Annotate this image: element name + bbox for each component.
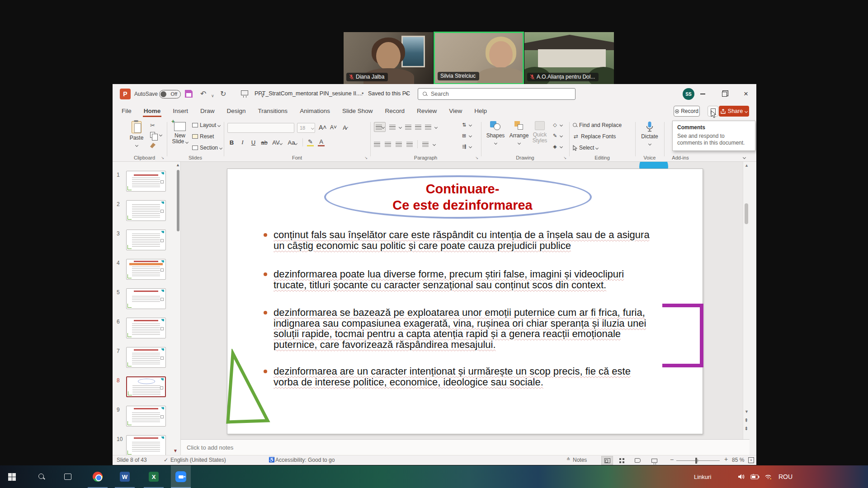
zoom-in-icon[interactable]: +: [724, 455, 728, 463]
slide-sorter-view-button[interactable]: [616, 456, 627, 465]
tab-animations[interactable]: Animations: [299, 106, 331, 117]
drawing-dialog-launcher-icon[interactable]: ↘: [563, 156, 566, 160]
columns-chevron-icon[interactable]: [433, 142, 436, 145]
copy-button[interactable]: [150, 132, 162, 138]
justify-icon[interactable]: [406, 142, 413, 147]
video-tile-diana[interactable]: Diana Jalba: [343, 32, 434, 84]
tab-slideshow[interactable]: Slide Show: [341, 106, 374, 117]
line-spacing-chevron-icon[interactable]: [434, 125, 438, 128]
notes-toggle-label[interactable]: Notes: [573, 457, 587, 463]
increase-font-icon[interactable]: A˄: [319, 124, 326, 131]
notes-toggle-icon[interactable]: ≙: [566, 457, 570, 462]
slide-thumbnail-9[interactable]: [126, 406, 166, 427]
paragraph-dialog-launcher-icon[interactable]: ↘: [475, 156, 478, 160]
slide-thumbnail-3[interactable]: [126, 230, 166, 250]
save-icon[interactable]: [185, 90, 193, 98]
slideshow-view-button[interactable]: [648, 456, 660, 465]
text-direction-button[interactable]: ⇅: [461, 122, 472, 128]
shape-effects-button[interactable]: ◈: [552, 144, 562, 150]
quick-styles-button[interactable]: Quick Styles: [530, 121, 550, 144]
zoom-taskbar-button[interactable]: [171, 465, 191, 488]
slide-thumbnail-5[interactable]: [126, 288, 166, 309]
slide-thumbnail-4[interactable]: [126, 259, 166, 280]
thumbnail-scrollbar[interactable]: [177, 170, 179, 231]
decoration-magenta-rectangle[interactable]: [662, 304, 703, 367]
shapes-button[interactable]: Shapes: [484, 121, 507, 145]
columns-icon[interactable]: [422, 142, 429, 147]
paste-button[interactable]: Paste: [125, 121, 148, 148]
reset-button[interactable]: Reset: [192, 133, 214, 140]
language-status[interactable]: English (United States): [170, 457, 226, 463]
font-color-button[interactable]: A: [318, 138, 325, 146]
slide-bullet-3[interactable]: dezinformarea se bazează pe exploatarea …: [264, 307, 657, 350]
start-button[interactable]: [2, 465, 22, 488]
restore-button[interactable]: [714, 84, 735, 104]
links-toolbar[interactable]: Linkuri: [694, 465, 711, 488]
align-left-icon[interactable]: [374, 142, 380, 147]
line-spacing-icon[interactable]: [425, 125, 431, 130]
highlight-color-button[interactable]: ✎: [307, 138, 314, 146]
tab-review[interactable]: Review: [416, 106, 438, 117]
strikethrough-button[interactable]: ab: [261, 139, 268, 146]
shape-fill-button[interactable]: ◇: [552, 122, 562, 128]
reading-view-button[interactable]: [632, 456, 643, 465]
decrease-font-icon[interactable]: A˅: [330, 124, 337, 131]
tab-draw[interactable]: Draw: [199, 106, 216, 117]
decoration-green-triangle[interactable]: [225, 349, 272, 426]
zoom-out-icon[interactable]: −: [670, 456, 674, 463]
shape-outline-button[interactable]: ✎: [552, 133, 562, 139]
numbering-icon[interactable]: [389, 125, 396, 130]
next-slide-icon[interactable]: ⇟: [744, 426, 748, 432]
volume-tray-icon[interactable]: [738, 465, 745, 488]
tab-home[interactable]: Home: [143, 106, 162, 117]
undo-icon[interactable]: ↶: [200, 89, 206, 99]
share-button[interactable]: Share: [719, 106, 749, 117]
battery-tray-icon[interactable]: [750, 465, 760, 488]
normal-view-button[interactable]: [601, 456, 613, 465]
vertical-scrollbar[interactable]: ▲ ▼ ⇞ ⇟: [743, 162, 750, 439]
slide-bullet-2[interactable]: dezinformarea poate lua diverse forme, p…: [264, 269, 657, 290]
tab-help[interactable]: Help: [473, 106, 488, 117]
arrange-button[interactable]: Arrange: [507, 121, 531, 145]
redo-icon[interactable]: ↻: [220, 89, 226, 99]
dictate-button[interactable]: Dictate: [638, 121, 661, 146]
previous-slide-icon[interactable]: ⇞: [744, 418, 748, 423]
layout-button[interactable]: Layout: [192, 122, 220, 128]
clipboard-dialog-launcher-icon[interactable]: ↘: [161, 156, 164, 160]
bold-button[interactable]: B: [228, 139, 235, 146]
slide-thumbnail-6[interactable]: [126, 318, 166, 338]
slide-title[interactable]: Continuare- Ce este dezinformarea: [336, 181, 589, 213]
tab-insert[interactable]: Insert: [172, 106, 189, 117]
numbering-chevron-icon[interactable]: [399, 125, 402, 128]
excel-taskbar-button[interactable]: X: [144, 465, 164, 488]
saved-status[interactable]: Saved to this PC: [368, 90, 410, 97]
autosave-toggle[interactable]: Off: [159, 90, 181, 99]
tab-design[interactable]: Design: [226, 106, 247, 117]
font-dialog-launcher-icon[interactable]: ↘: [364, 156, 368, 160]
start-slideshow-icon[interactable]: [241, 90, 248, 95]
word-taskbar-button[interactable]: W: [115, 465, 135, 488]
video-tile-alianta[interactable]: A.O.Alianța pentru Dol...: [524, 32, 614, 84]
collapse-ribbon-chevron-icon[interactable]: [743, 156, 746, 159]
slide-bullet-4[interactable]: dezinformarea are un caracter intenționa…: [264, 366, 657, 387]
slide-thumbnail-7[interactable]: [126, 347, 166, 368]
replace-fonts-button[interactable]: ⇄Replace Fonts: [573, 133, 616, 140]
clear-formatting-icon[interactable]: A̷: [341, 124, 348, 131]
align-text-button[interactable]: ⊞: [461, 133, 472, 139]
record-button[interactable]: Record: [674, 106, 700, 117]
decrease-indent-icon[interactable]: [405, 125, 411, 130]
thumbnail-scroll-up-icon[interactable]: ▲: [176, 163, 180, 167]
tab-transitions[interactable]: Transitions: [257, 106, 289, 117]
font-name-combobox[interactable]: [227, 123, 294, 133]
search-input[interactable]: Search: [418, 88, 576, 100]
slide-thumbnail-1[interactable]: [126, 171, 166, 192]
accessibility-status[interactable]: Accessibility: Good to go: [275, 457, 335, 463]
format-painter-button[interactable]: [150, 143, 156, 148]
scrollbar-thumb[interactable]: [745, 203, 748, 224]
new-slide-button[interactable]: New Slide: [170, 122, 190, 145]
slide-editing-surface[interactable]: Continuare- Ce este dezinformarea conțin…: [227, 169, 703, 434]
character-spacing-button[interactable]: AV: [272, 139, 283, 146]
slide-thumbnail-2[interactable]: [126, 200, 166, 221]
scroll-down-icon[interactable]: ▼: [745, 409, 749, 414]
close-button[interactable]: ×: [736, 84, 756, 104]
